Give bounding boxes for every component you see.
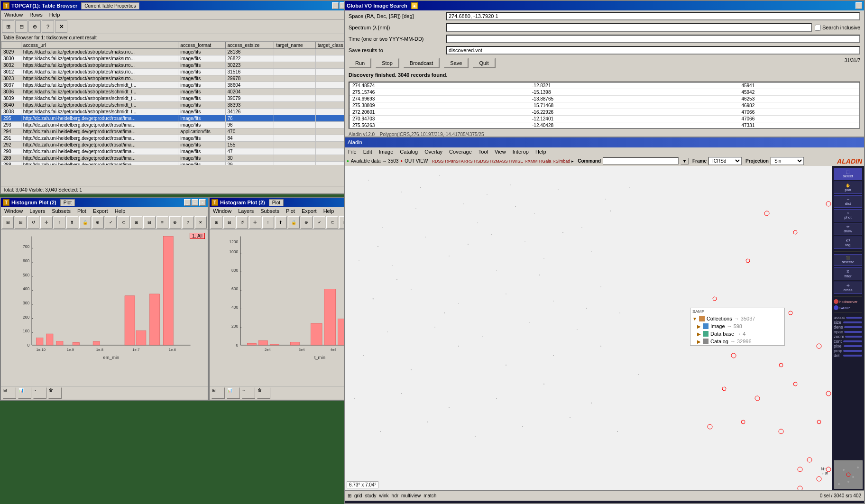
hist2-menu-help[interactable]: Help [322, 208, 336, 214]
aladin-menu-coverage[interactable]: Coverage [448, 148, 473, 155]
table-row[interactable]: 290 http://dc.zah.uni-heidelberg.de/getp… [1, 148, 356, 155]
dist-tool-btn[interactable]: ↔ dist [834, 195, 862, 208]
hist1-tbtn1[interactable]: ⊞ [2, 216, 14, 229]
hist1-tbtn11[interactable]: ⊞ [130, 216, 142, 229]
table-row[interactable]: 295 http://dc.zah.uni-heidelberg.de/getp… [1, 115, 356, 122]
table-row[interactable]: 3030 https://dachs.fai.kz/getproduct/ast… [1, 55, 356, 62]
hist1-close-tbtn[interactable]: ✕ [195, 216, 207, 229]
vo-results-table[interactable]: 274.48574 -12.8321 45941 275.15746 -15.1… [349, 82, 860, 129]
table-row[interactable]: 292 http://dc.zah.uni-heidelberg.de/getp… [1, 142, 356, 148]
hist1-tbtn2[interactable]: ⊟ [15, 216, 27, 229]
hist2-tbtn4[interactable]: ✛ [249, 216, 261, 229]
vo-result-row[interactable]: 270.94703 -12.12401 47066 [350, 116, 859, 122]
hist2-tbtn5[interactable]: ↑ [262, 216, 274, 229]
image-row[interactable]: ▶ Image → 598 [690, 322, 784, 330]
aladin-menu-interop[interactable]: Interop [511, 148, 530, 155]
rsimbad-btn[interactable]: RSimbad [552, 159, 570, 164]
hist1-tbtn3[interactable]: ↺ [28, 216, 39, 229]
hist1-menu-plot[interactable]: Plot [76, 208, 88, 214]
pixel-slider[interactable] [844, 345, 862, 347]
hist1-tbtn9[interactable]: ✓ [105, 216, 117, 229]
aladin-menu-edit[interactable]: Edit [362, 148, 374, 155]
stop-button[interactable]: Stop [375, 58, 399, 68]
hist2-tbtn8[interactable]: ⊕ [301, 216, 313, 229]
toolbar-zoom-btn[interactable]: ⊕ [28, 20, 41, 33]
hist1-tbtn15[interactable]: ? [182, 216, 194, 229]
table-row[interactable]: 3039 https://dachs.fai.kz/getproduct/ast… [1, 95, 356, 102]
hist1-bottom-btn3[interactable]: ~ [33, 387, 46, 399]
hist1-bottom-btn4[interactable]: 🗑 [48, 387, 62, 399]
command-go-btn[interactable]: ▼ [681, 158, 689, 165]
size-slider[interactable] [843, 321, 862, 323]
table-row[interactable]: 294 http://dc.zah.uni-heidelberg.de/getp… [1, 128, 356, 135]
table-row[interactable]: 293 http://dc.zah.uni-heidelberg.de/getp… [1, 122, 356, 128]
hist2-tbtn2[interactable]: ⊟ [223, 216, 235, 229]
r2mass-btn[interactable]: R2MASS [490, 159, 508, 164]
frame-select[interactable]: ICRSd ICRS Galactic [709, 157, 742, 165]
table-row[interactable]: 3037 https://dachs.fai.kz/getproduct/ast… [1, 82, 356, 89]
hist1-maximize-btn[interactable]: □ [192, 199, 198, 206]
table-row[interactable]: 3040 https://dachs.fai.kz/getproduct/ast… [1, 102, 356, 109]
hist1-menu-export[interactable]: Export [92, 208, 110, 214]
table-row[interactable]: 3036 https://dachs.fai.kz/getproduct/ast… [1, 89, 356, 95]
hist1-tbtn10[interactable]: ⊂ [118, 216, 129, 229]
save-input[interactable] [446, 46, 860, 55]
phot-tool-btn[interactable]: ○ phot [834, 209, 862, 221]
hist1-tbtn14[interactable]: ⊕ [169, 216, 181, 229]
vo-result-row[interactable]: 274.48574 -12.8321 45941 [350, 82, 859, 89]
vo-result-row[interactable]: 275.56263 -12.40428 47331 [350, 122, 859, 129]
hist2-tbtn3[interactable]: ↺ [236, 216, 248, 229]
rsdss-btn[interactable]: RSDSS [474, 159, 489, 164]
hist1-menu-subsets[interactable]: Subsets [50, 208, 72, 214]
hist1-tbtn7[interactable]: 🔒 [79, 216, 91, 229]
database-row[interactable]: ▶ Data base → 4 [690, 330, 784, 338]
hist2-bottom-btn4[interactable]: 🗑 [257, 387, 270, 399]
hist2-menu-layers[interactable]: Layers [237, 208, 255, 214]
hist2-tab[interactable]: Plot [269, 199, 284, 206]
minimize-button[interactable]: _ [332, 2, 339, 9]
hist1-menu-help[interactable]: Help [113, 208, 127, 214]
aladin-menu-catalog[interactable]: Catalog [398, 148, 419, 155]
hist2-tbtn7[interactable]: 🔒 [288, 216, 300, 229]
cont-slider[interactable] [843, 340, 862, 342]
table-row[interactable]: 3032 https://dachs.fai.kz/getproduct/ast… [1, 62, 356, 69]
hist1-tbtn4[interactable]: ✛ [40, 216, 52, 229]
command-input[interactable] [603, 157, 679, 165]
del-slider[interactable] [843, 355, 862, 357]
select-tool-btn[interactable]: ⬚ select [834, 168, 862, 180]
hist1-tbtn12[interactable]: ⊟ [143, 216, 155, 229]
broadcast-button[interactable]: Broadcast [403, 58, 440, 68]
menu-window[interactable]: Window [3, 11, 24, 18]
vo-result-row[interactable]: 272.57858 -12.52382 47712 [350, 129, 859, 129]
hist2-bottom-btn1[interactable]: ⊞ [212, 387, 225, 399]
filter-tool-btn[interactable]: ⧖ filter [834, 267, 862, 280]
hist1-tbtn13[interactable]: ≡ [156, 216, 168, 229]
hist2-menu-window[interactable]: Window [212, 208, 233, 214]
spectrum-input[interactable] [446, 23, 812, 32]
toolbar-close-btn[interactable]: ✕ [55, 20, 67, 33]
aladin-menu-overlay[interactable]: Overlay [423, 148, 444, 155]
col-header-name[interactable]: target_name [274, 42, 315, 49]
opac-slider[interactable] [844, 331, 862, 333]
catalog-row[interactable]: ▶ Catalog → 32996 [690, 338, 784, 345]
zoom-slider[interactable] [845, 336, 862, 338]
grid-icon[interactable]: ⊞ [348, 493, 351, 498]
hist1-tbtn8[interactable]: ⊕ [92, 216, 104, 229]
run-button[interactable]: Run [349, 58, 371, 68]
menu-rows[interactable]: Rows [28, 11, 44, 18]
table-scroll-area[interactable]: access_url access_format access_estsize … [1, 42, 356, 165]
vo-result-row[interactable]: 274.69693 -13.88765 46253 [350, 96, 859, 102]
hist2-menu-plot[interactable]: Plot [285, 208, 296, 214]
menu-help[interactable]: Help [48, 11, 62, 18]
table-row[interactable]: 3029 https://dachs.fai.kz/getproduct/ast… [1, 49, 356, 55]
vo-minimize-btn[interactable]: _ [856, 2, 862, 9]
projection-select[interactable]: Sin Aitoff [771, 157, 804, 165]
hist1-tab[interactable]: Plot [60, 199, 75, 206]
hist2-tbtn1[interactable]: ⊞ [211, 216, 222, 229]
aladin-menu-file[interactable]: File [347, 148, 358, 155]
hist1-bottom-btn1[interactable]: ⊞ [3, 387, 16, 399]
col-header-url[interactable]: access_url [21, 42, 178, 49]
dens-slider[interactable] [844, 326, 862, 328]
toolbar-grid-btn[interactable]: ⊟ [15, 20, 28, 33]
prop-slider[interactable] [843, 350, 862, 352]
